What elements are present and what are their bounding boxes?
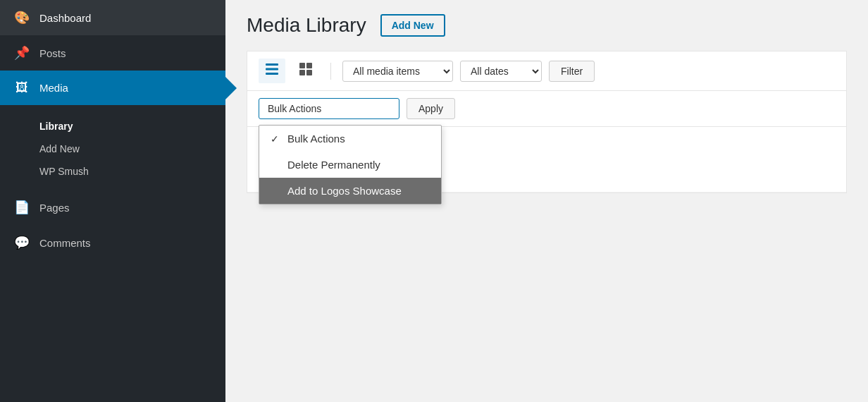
posts-icon: 📌: [14, 45, 30, 61]
main-content: Media Library Add New All media items Al…: [225, 0, 868, 402]
media-icon: 🖼: [14, 80, 30, 95]
bulk-actions-wrapper: Bulk Actions Delete Permanently Add to L…: [259, 98, 399, 119]
media-section-label: [0, 105, 225, 115]
sidebar-sub-library[interactable]: Library: [0, 115, 225, 138]
comments-icon: 💬: [14, 235, 30, 250]
dropdown-item-label: Delete Permanently: [287, 159, 380, 171]
sidebar: 🎨 Dashboard 📌 Posts 🖼 Media Library Add …: [0, 0, 225, 402]
sidebar-item-label: Posts: [39, 47, 66, 59]
dropdown-item-delete[interactable]: Delete Permanently: [259, 152, 441, 178]
toolbar: All media items All dates Filter: [247, 51, 847, 90]
apply-button[interactable]: Apply: [407, 98, 455, 119]
dropdown-item-label: Add to Logos Showcase: [287, 185, 402, 197]
page-header: Media Library Add New: [247, 14, 847, 37]
view-separator: [330, 63, 331, 80]
dropdown-item-label: Bulk Actions: [287, 133, 345, 145]
sidebar-item-media[interactable]: 🖼 Media: [0, 71, 225, 105]
svg-rect-1: [266, 68, 278, 71]
sidebar-item-dashboard[interactable]: 🎨 Dashboard: [0, 0, 225, 35]
sidebar-sub-add-new[interactable]: Add New: [0, 138, 225, 160]
svg-rect-3: [299, 63, 305, 68]
svg-rect-0: [266, 63, 278, 66]
table-area: Bulk Actions Delete Permanently Add to L…: [247, 90, 847, 193]
dashboard-icon: 🎨: [14, 10, 30, 25]
svg-rect-2: [266, 73, 278, 75]
svg-rect-6: [306, 70, 312, 75]
page-title: Media Library: [247, 14, 366, 37]
add-new-button[interactable]: Add New: [380, 14, 445, 37]
media-type-filter[interactable]: All media items: [342, 61, 453, 82]
grid-view-button[interactable]: [292, 59, 319, 83]
pages-icon: 📄: [14, 200, 30, 215]
date-filter[interactable]: All dates: [460, 61, 542, 82]
bulk-actions-row: Bulk Actions Delete Permanently Add to L…: [247, 91, 846, 127]
sidebar-item-comments[interactable]: 💬 Comments: [0, 225, 225, 260]
svg-rect-4: [306, 63, 312, 68]
sidebar-item-posts[interactable]: 📌 Posts: [0, 35, 225, 71]
filter-button[interactable]: Filter: [549, 61, 595, 82]
dropdown-item-bulk-actions[interactable]: ✓ Bulk Actions: [259, 126, 441, 152]
sidebar-item-label: Comments: [39, 237, 91, 249]
sidebar-item-label: Dashboard: [39, 12, 91, 24]
empty-check-2: [271, 185, 282, 197]
bulk-actions-select[interactable]: Bulk Actions Delete Permanently Add to L…: [259, 98, 399, 119]
bulk-actions-dropdown: ✓ Bulk Actions Delete Permanently Add to…: [259, 125, 442, 205]
list-view-button[interactable]: [259, 59, 285, 83]
checkmark-icon: ✓: [271, 133, 282, 145]
sidebar-item-label: Media: [39, 82, 68, 94]
svg-rect-5: [299, 70, 305, 75]
list-view-icon: [264, 61, 280, 77]
dropdown-item-add-logos[interactable]: Add to Logos Showcase: [259, 178, 441, 204]
sidebar-item-label: Pages: [39, 202, 70, 214]
grid-view-icon: [298, 61, 314, 77]
sidebar-item-pages[interactable]: 📄 Pages: [0, 190, 225, 225]
sidebar-sub-wp-smush[interactable]: WP Smush: [0, 160, 225, 183]
empty-check: [271, 159, 282, 171]
